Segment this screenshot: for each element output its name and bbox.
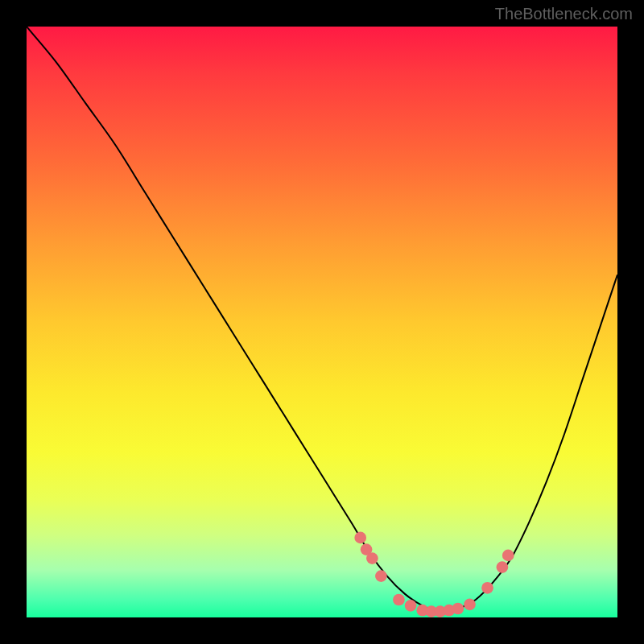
chart-marker [405, 600, 417, 612]
chart-marker [481, 582, 493, 594]
watermark-text: TheBottleneck.com [495, 5, 633, 23]
chart-marker [375, 570, 387, 582]
chart-svg [27, 27, 617, 617]
chart-plot-area [27, 27, 617, 617]
chart-markers [354, 532, 514, 617]
bottleneck-curve [27, 27, 617, 612]
chart-marker [354, 532, 366, 544]
chart-marker [366, 552, 378, 564]
chart-marker [497, 561, 509, 573]
chart-marker [502, 550, 514, 562]
chart-marker [452, 603, 464, 615]
chart-marker [464, 599, 476, 611]
chart-marker [393, 594, 405, 606]
